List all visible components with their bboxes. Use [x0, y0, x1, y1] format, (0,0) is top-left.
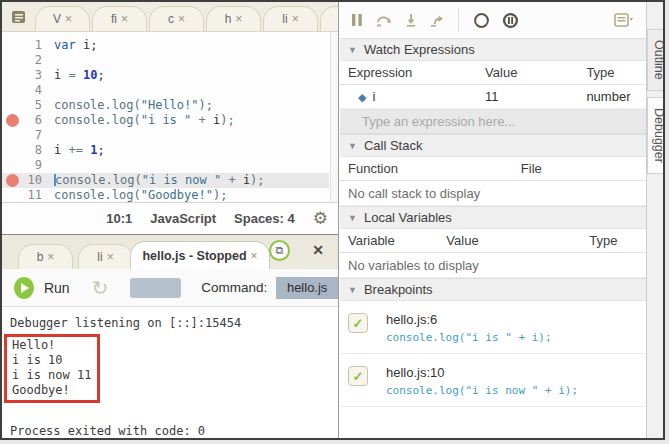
pause-icon[interactable] — [350, 13, 364, 27]
breakpoint-texts: hello.js:6console.log("i is " + i); — [386, 312, 646, 344]
editor-scrollbar[interactable] — [330, 32, 338, 202]
code-token: ; — [97, 143, 104, 157]
file-list-icon[interactable] — [10, 8, 28, 26]
code-token: ); — [199, 98, 213, 112]
section-header-breakpoints[interactable]: ▼ Breakpoints — [340, 278, 646, 301]
step-into-icon[interactable] — [404, 13, 418, 27]
output-intro-line: Debugger listening on [::]:15454 — [10, 316, 241, 330]
run-button-label[interactable]: Run — [44, 280, 70, 296]
code-token: console.log( — [54, 113, 141, 127]
console-output[interactable]: Debugger listening on [::]:15454 Hello!i… — [2, 307, 338, 440]
tab-close-icon[interactable]: × — [47, 251, 54, 263]
panel-menu-icon[interactable] — [614, 13, 634, 27]
column-header: Function — [348, 161, 521, 176]
command-value-field[interactable]: hello.js — [276, 277, 338, 299]
code-text: console.log("i is now " + i); — [54, 173, 265, 188]
breakpoint-dot[interactable] — [6, 114, 19, 127]
code-token: console.log( — [55, 173, 142, 187]
code-token: ); — [213, 188, 227, 202]
code-token — [76, 68, 83, 82]
code-token: ); — [220, 113, 234, 127]
debugger-toolbar — [340, 2, 646, 38]
breakpoint-texts: hello.js:10console.log("i is now " + i); — [386, 365, 646, 397]
continue-circle-icon[interactable] — [473, 12, 490, 29]
tab-close-icon[interactable]: × — [65, 13, 72, 25]
line-number[interactable]: 11 — [2, 188, 42, 203]
line-number[interactable]: 1 — [2, 38, 42, 53]
debugger-panel: ▼ Watch Expressions ExpressionValueType … — [340, 2, 647, 440]
breakpoints-section-title: Breakpoints — [364, 282, 433, 297]
detach-panel-icon[interactable]: ⧉ — [269, 240, 290, 261]
console-tab-bar: ⧉ ✕ b×li×hello.js - Stopped× — [2, 234, 338, 269]
breakpoint-checkbox[interactable]: ✓ — [348, 313, 368, 333]
code-token: "Hello!" — [141, 98, 199, 112]
editor-tabs: V×fi×c×h×li×F× — [35, 6, 338, 31]
code-lines: 1var i;23i = 10;45console.log("Hello!");… — [2, 38, 329, 203]
section-header-call-stack[interactable]: ▼ Call Stack — [340, 134, 646, 157]
column-header: Type — [586, 65, 646, 80]
watch-row[interactable]: ◆i11number — [340, 85, 646, 109]
code-line: 5console.log("Hello!"); — [2, 98, 329, 113]
code-token: i — [54, 68, 68, 82]
code-token: = — [68, 68, 75, 82]
line-number[interactable]: 7 — [2, 128, 42, 143]
tab-close-icon[interactable]: × — [121, 13, 128, 25]
breakpoint-item[interactable]: ✓hello.js:10console.log("i is now " + i)… — [340, 354, 646, 407]
editor-tab[interactable]: F× — [320, 6, 338, 31]
code-line: 3i = 10; — [2, 68, 329, 83]
code-text: console.log("Goodbye!"); — [54, 188, 227, 203]
close-panel-icon[interactable]: ✕ — [312, 242, 324, 258]
side-tab-outline[interactable]: Outline — [647, 29, 665, 91]
line-number[interactable]: 9 — [2, 158, 42, 173]
editor-tab-label: h — [225, 12, 232, 26]
editor-tab[interactable]: V× — [35, 6, 90, 31]
section-header-local-variables[interactable]: ▼ Local Variables — [340, 206, 646, 229]
line-number[interactable]: 2 — [2, 53, 42, 68]
console-tab[interactable]: li× — [78, 244, 133, 269]
console-tab-label: li — [97, 250, 102, 264]
watch-expression-icon: ◆ — [358, 91, 366, 103]
console-tab[interactable]: hello.js - Stopped× — [130, 241, 270, 269]
breakpoint-location: hello.js:10 — [386, 365, 646, 380]
breakpoint-dot[interactable] — [6, 174, 19, 187]
breakpoint-checkbox[interactable]: ✓ — [348, 366, 368, 386]
code-token: 10 — [83, 68, 97, 82]
editor-tab[interactable]: fi× — [92, 6, 147, 31]
language-mode[interactable]: JavaScript — [150, 211, 216, 226]
code-text: var i; — [54, 38, 97, 53]
breakpoint-item[interactable]: ✓hello.js:6console.log("i is " + i); — [340, 301, 646, 354]
editor-tab[interactable]: c× — [149, 6, 204, 31]
tab-close-icon[interactable]: × — [292, 13, 299, 25]
code-editor[interactable]: 1var i;23i = 10;45console.log("Hello!");… — [2, 32, 338, 202]
tab-close-icon[interactable]: × — [251, 250, 258, 262]
side-tab-debugger[interactable]: Debugger — [647, 97, 665, 174]
tab-close-icon[interactable]: × — [178, 13, 185, 25]
break-pause-icon[interactable] — [502, 12, 519, 29]
line-number[interactable]: 8 — [2, 143, 42, 158]
indent-setting[interactable]: Spaces: 4 — [234, 211, 295, 226]
gear-icon[interactable]: ⚙ — [313, 210, 328, 227]
line-number[interactable]: 3 — [2, 68, 42, 83]
section-header-watch[interactable]: ▼ Watch Expressions — [340, 38, 646, 61]
watch-expression-input[interactable]: Type an expression here... — [340, 109, 646, 134]
step-out-icon[interactable] — [430, 13, 444, 27]
step-over-icon[interactable] — [376, 13, 392, 27]
run-button[interactable] — [14, 277, 34, 299]
line-number[interactable]: 4 — [2, 83, 42, 98]
code-line: 11console.log("Goodbye!"); — [2, 188, 329, 203]
editor-tab[interactable]: h× — [206, 6, 261, 31]
code-token: + — [191, 113, 213, 127]
tab-close-icon[interactable]: × — [107, 251, 114, 263]
column-header: Variable — [348, 233, 446, 248]
play-icon — [21, 283, 29, 293]
code-line: 7 — [2, 128, 329, 143]
line-number[interactable]: 5 — [2, 98, 42, 113]
console-tab[interactable]: b× — [18, 244, 73, 269]
editor-tab[interactable]: li× — [263, 6, 318, 31]
code-token: ); — [250, 173, 264, 187]
tab-close-icon[interactable]: × — [235, 13, 242, 25]
restart-icon[interactable]: ↻ — [92, 278, 109, 298]
watch-expression-cell: ◆i — [348, 89, 485, 104]
call-stack-empty-message: No call stack to display — [340, 181, 646, 206]
code-line: 9 — [2, 158, 329, 173]
